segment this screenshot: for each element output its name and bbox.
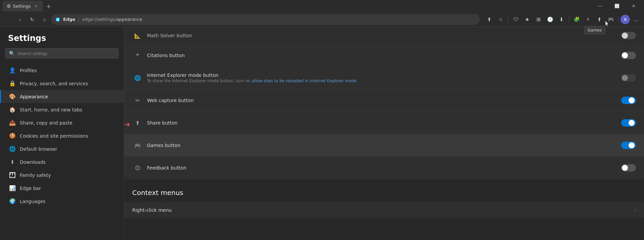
content-area: 📐 Math Solver button ❝ Citations button … [124, 27, 644, 240]
profiles-icon: 👤 [9, 67, 16, 74]
context-menus-title: Context menus [124, 181, 644, 202]
sidebar-item-start-home-label: Start, home, and new tabs [20, 107, 82, 112]
new-tab-button[interactable]: + [44, 1, 54, 11]
sidebar-item-edge-bar[interactable]: 📊 Edge bar [0, 182, 124, 195]
sidebar-search[interactable]: 🔍 [5, 48, 118, 58]
feedback-button-icon: 😊 [132, 162, 143, 173]
edge-brand-label: Edge [63, 17, 75, 22]
minimize-button[interactable]: — [592, 1, 608, 11]
sidebar-item-appearance-label: Appearance [20, 94, 48, 99]
citations-toggle-knob [622, 52, 628, 58]
ie-mode-button-title: Internet Explorer mode button [147, 73, 621, 78]
web-capture-button-title: Web capture button [147, 98, 621, 103]
history-toolbar-icon[interactable]: 🕐 [545, 14, 555, 25]
performance-toolbar-icon[interactable]: ⚡ [583, 14, 593, 25]
feedback-button-toggle-knob [622, 165, 628, 171]
sidebar-item-start-home[interactable]: 🏠 Start, home, and new tabs [0, 103, 124, 116]
collections-toolbar-icon[interactable]: ⊞ [533, 14, 544, 25]
games-button-toggle[interactable] [621, 142, 636, 149]
context-menus-group: Right-click menu › [124, 202, 644, 218]
sidebar-item-family-safety[interactable]: 👨‍👩‍👧 Family safety [0, 169, 124, 182]
citations-toggle[interactable] [621, 52, 636, 59]
appearance-icon: 🎨 [9, 93, 16, 100]
sidebar-item-downloads[interactable]: ⬇ Downloads [0, 155, 124, 169]
forward-button[interactable]: › [15, 14, 26, 25]
sidebar-item-profiles[interactable]: 👤 Profiles [0, 64, 124, 77]
share-button-row: ⬆ Share button [124, 112, 644, 134]
family-safety-icon: 👨‍👩‍👧 [9, 172, 16, 178]
web-capture-toggle[interactable] [621, 97, 636, 104]
sidebar-item-edge-bar-label: Edge bar [20, 186, 41, 191]
nav-bar: ‹ › ↻ ⌂ Edge | edge://settings/appearanc… [0, 12, 644, 27]
sidebar-item-languages[interactable]: 🌍 Languages [0, 195, 124, 208]
games-button-icon: 🎮 [132, 140, 143, 151]
edge-bar-icon: 📊 [9, 185, 16, 191]
favorites-toolbar-icon[interactable]: ★ [522, 14, 533, 25]
share-button-toggle[interactable] [621, 119, 636, 127]
back-button[interactable]: ‹ [3, 14, 13, 25]
refresh-button[interactable]: ↻ [27, 14, 38, 25]
web-capture-button-row: ✂ Web capture button [124, 90, 644, 111]
profile-icon[interactable]: A [621, 15, 630, 24]
sidebar-item-privacy[interactable]: 🔒 Privacy, search, and services [0, 77, 124, 90]
web-capture-button-content: Web capture button [147, 98, 621, 103]
citations-icon: ❝ [132, 50, 143, 61]
web-capture-toggle-knob [629, 97, 635, 103]
address-text: edge://settings/appearance [82, 17, 476, 22]
sidebar-item-share-copy[interactable]: 📤 Share, copy and paste [0, 116, 124, 129]
url-path: appearance [116, 17, 142, 22]
share-button-title: Share button [147, 120, 621, 126]
share2-toolbar-icon[interactable]: ⬆ [594, 14, 605, 25]
ie-mode-toggle [621, 74, 636, 82]
sidebar-item-cookies[interactable]: 🍪 Cookies and site permissions [0, 129, 124, 142]
more-options-button[interactable]: … [631, 14, 641, 25]
toolbar-icons: ⬆ ☆ 🛡 ★ ⊞ 🕐 ⬇ 🧩 ⚡ ⬆ 🎮 A … [484, 14, 641, 25]
sidebar-item-share-copy-label: Share, copy and paste [20, 120, 72, 126]
address-bar[interactable]: Edge | edge://settings/appearance [51, 14, 480, 25]
citations-button-content: Citations button [147, 53, 621, 58]
ie-mode-button-desc: To show the Internet Explorer mode butto… [147, 79, 621, 83]
downloads-toolbar-icon[interactable]: ⬇ [556, 14, 567, 25]
close-tab-button[interactable]: ✕ [33, 3, 39, 9]
sidebar-item-languages-label: Languages [20, 199, 45, 204]
right-click-menu-row[interactable]: Right-click menu › [124, 202, 644, 218]
feedback-button-toggle[interactable] [621, 164, 636, 172]
arrow-indicator: ➜ [124, 120, 130, 129]
toolbar-divider-3 [618, 16, 618, 23]
ie-mode-link[interactable]: allow sites to be reloaded in Internet E… [252, 79, 356, 83]
address-separator: | [78, 17, 80, 22]
games-button-title: Games button [147, 143, 621, 148]
maximize-button[interactable]: ⬜ [609, 1, 625, 11]
start-home-icon: 🏠 [9, 106, 16, 113]
home-button[interactable]: ⌂ [39, 14, 50, 25]
ie-mode-desc-text: To show the Internet Explorer mode butto… [147, 79, 252, 83]
sidebar-item-appearance[interactable]: 🎨 Appearance [0, 90, 124, 103]
share-button-content: Share button [147, 120, 621, 126]
search-input[interactable] [17, 51, 115, 56]
settings-tab[interactable]: ⚙ Settings ✕ [3, 1, 43, 11]
sidebar-item-cookies-label: Cookies and site permissions [20, 133, 88, 139]
web-capture-icon: ✂ [132, 95, 143, 106]
sidebar-item-privacy-label: Privacy, search, and services [20, 81, 88, 86]
math-solver-toggle[interactable] [621, 32, 636, 39]
browser-essentials-toolbar-icon[interactable]: 🛡 [510, 14, 521, 25]
share-toolbar-icon[interactable]: ⬆ [484, 14, 495, 25]
settings-group-buttons: ❝ Citations button 🌐 Internet Explorer m… [124, 45, 644, 179]
math-solver-icon: 📐 [132, 30, 143, 41]
ie-mode-icon: 🌐 [132, 73, 143, 83]
games-toolbar-icon[interactable]: 🎮 [605, 14, 616, 25]
downloads-nav-icon: ⬇ [9, 159, 16, 165]
ie-mode-button-content: Internet Explorer mode button To show th… [147, 73, 621, 83]
sidebar-item-family-safety-label: Family safety [20, 173, 51, 178]
cookies-icon: 🍪 [9, 133, 16, 139]
share-button-icon: ⬆ [132, 117, 143, 128]
extensions-toolbar-icon[interactable]: 🧩 [571, 14, 582, 25]
title-bar: ⚙ Settings ✕ + — ⬜ ✕ [0, 0, 644, 12]
sidebar-item-default-browser[interactable]: 🌐 Default browser [0, 142, 124, 155]
default-browser-icon: 🌐 [9, 146, 16, 152]
close-window-button[interactable]: ✕ [626, 1, 641, 11]
sidebar-title: Settings [0, 34, 124, 48]
favorites-star-toolbar-icon[interactable]: ☆ [495, 14, 506, 25]
share-copy-icon: 📤 [9, 119, 16, 126]
ie-mode-button-row: 🌐 Internet Explorer mode button To show … [124, 67, 644, 89]
